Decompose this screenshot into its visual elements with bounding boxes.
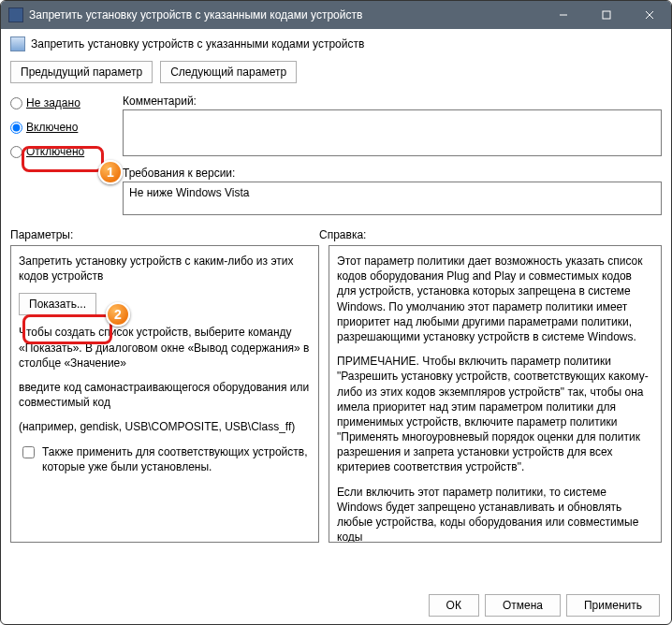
svg-rect-1 <box>603 11 610 19</box>
help-text-2: ПРИМЕЧАНИЕ. Чтобы включить параметр поли… <box>337 354 653 475</box>
radio-enabled-input[interactable] <box>10 122 22 134</box>
prev-setting-button[interactable]: Предыдущий параметр <box>10 61 153 83</box>
close-button[interactable] <box>628 1 671 29</box>
minimize-button[interactable] <box>542 1 585 29</box>
comment-label: Комментарий: <box>123 94 662 108</box>
titlebar: Запретить установку устройств с указанны… <box>1 1 671 29</box>
apply-existing-label: Также применить для соответствующих устр… <box>42 444 311 474</box>
policy-title: Запретить установку устройств с указанны… <box>31 37 364 51</box>
radio-disabled-label: Отключено <box>26 145 84 158</box>
radio-disabled-input[interactable] <box>10 146 22 158</box>
radio-not-configured-input[interactable] <box>10 97 22 109</box>
comment-textarea[interactable] <box>123 109 662 156</box>
params-text-3: введите код самонастраивающегося оборудо… <box>19 380 311 410</box>
radio-not-configured-label: Не задано <box>26 96 80 109</box>
apply-existing-checkbox[interactable] <box>22 446 35 458</box>
help-label: Справка: <box>319 228 662 241</box>
maximize-button[interactable] <box>585 1 628 29</box>
policy-icon <box>10 36 25 51</box>
help-text-3: Если включить этот параметр политики, то… <box>337 485 653 543</box>
requirements-value: Не ниже Windows Vista <box>129 186 250 199</box>
help-panel[interactable]: Этот параметр политики дает возможность … <box>329 245 662 543</box>
ok-button[interactable]: ОК <box>429 594 479 617</box>
app-icon <box>8 7 23 22</box>
radio-disabled[interactable]: Отключено <box>10 145 113 158</box>
radio-enabled-label: Включено <box>26 121 78 134</box>
apply-existing-checkbox-row[interactable]: Также применить для соответствующих устр… <box>19 444 311 474</box>
requirements-label: Требования к версии: <box>123 167 662 180</box>
window-title: Запретить установку устройств с указанны… <box>29 8 542 22</box>
apply-button[interactable]: Применить <box>566 594 660 617</box>
next-setting-button[interactable]: Следующий параметр <box>160 61 297 83</box>
radio-not-configured[interactable]: Не задано <box>10 96 113 109</box>
radio-enabled[interactable]: Включено <box>10 121 113 134</box>
params-text-1: Запретить установку устройств с каким-ли… <box>19 254 311 283</box>
params-panel[interactable]: Запретить установку устройств с каким-ли… <box>10 245 319 543</box>
requirements-box[interactable]: Не ниже Windows Vista <box>123 182 662 215</box>
params-text-4: (например, gendisk, USB\COMPOSITE, USB\C… <box>19 419 311 434</box>
cancel-button[interactable]: Отмена <box>485 594 561 617</box>
show-button[interactable]: Показать... <box>19 293 96 315</box>
help-text-1: Этот параметр политики дает возможность … <box>337 254 653 344</box>
params-label: Параметры: <box>10 228 319 241</box>
policy-header: Запретить установку устройств с указанны… <box>10 36 662 51</box>
params-text-2: Чтобы создать список устройств, выберите… <box>19 325 311 371</box>
